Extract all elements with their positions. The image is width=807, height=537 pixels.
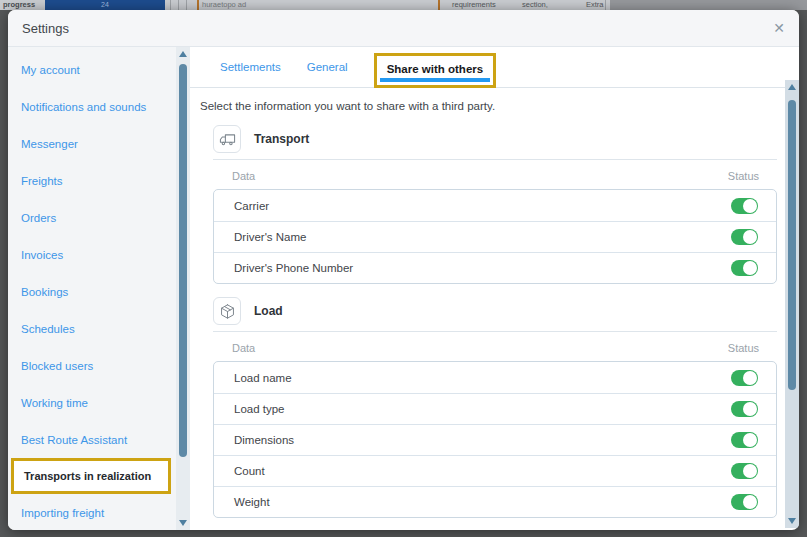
toggle-knob — [743, 402, 757, 416]
sections-container: TransportDataStatusCarrierDriver's NameD… — [190, 125, 785, 518]
bg-column-label: huraetopo ad — [202, 0, 246, 10]
tab-general[interactable]: General — [307, 61, 348, 73]
section-transport: TransportDataStatusCarrierDriver's NameD… — [213, 125, 777, 284]
content-panel: SettlementsGeneralShare with others Sele… — [190, 47, 785, 530]
section-load: LoadDataStatusLoad nameLoad typeDimensio… — [213, 297, 777, 518]
sidebar-item-freights[interactable]: Freights — [8, 162, 176, 199]
tab-share-with-others[interactable]: Share with others — [374, 53, 497, 88]
section-header: Load — [213, 297, 777, 325]
toggle-knob — [743, 371, 757, 385]
sidebar-item-schedules[interactable]: Schedules — [8, 310, 176, 347]
bg-orange-tick — [438, 0, 440, 10]
modal-header: Settings ✕ — [8, 10, 799, 47]
column-header-status: Status — [728, 170, 759, 182]
close-icon[interactable]: ✕ — [773, 21, 785, 35]
sidebar-item-transports-in-realization[interactable]: Transports in realization — [11, 458, 171, 494]
toggle-knob — [743, 495, 757, 509]
bg-column-label: section, — [522, 0, 548, 10]
row-label: Driver's Phone Number — [234, 262, 353, 274]
sidebar-item-best-route-assistant[interactable]: Best Route Assistant — [8, 421, 176, 458]
column-header-status: Status — [728, 342, 759, 354]
sidebar-item-working-time[interactable]: Working time — [8, 384, 176, 421]
toggle-switch[interactable] — [731, 229, 758, 245]
bg-column-label: Extra — [586, 0, 604, 10]
table-row: Driver's Phone Number — [214, 252, 776, 283]
divider — [605, 0, 606, 10]
row-label: Weight — [234, 496, 270, 508]
toggle-knob — [743, 199, 757, 213]
toggle-switch[interactable] — [731, 432, 758, 448]
toggle-switch[interactable] — [731, 463, 758, 479]
table-row: Dimensions — [214, 424, 776, 455]
scroll-down-icon[interactable] — [788, 518, 796, 524]
row-label: Count — [234, 465, 265, 477]
sidebar-item-blocked-users[interactable]: Blocked users — [8, 347, 176, 384]
sidebar-item-orders[interactable]: Orders — [8, 199, 176, 236]
toggle-knob — [743, 230, 757, 244]
section-title: Load — [254, 304, 283, 318]
tab-settlements[interactable]: Settlements — [220, 61, 281, 73]
sidebar-item-notifications-and-sounds[interactable]: Notifications and sounds — [8, 88, 176, 125]
column-headers: DataStatus — [213, 160, 777, 189]
rows-container: CarrierDriver's NameDriver's Phone Numbe… — [213, 189, 777, 284]
modal-body: My accountNotifications and soundsMessen… — [8, 47, 799, 530]
table-row: Carrier — [214, 190, 776, 221]
table-row: Driver's Name — [214, 221, 776, 252]
sidebar-item-invoices[interactable]: Invoices — [8, 236, 176, 273]
column-header-data: Data — [232, 170, 255, 182]
toggle-knob — [743, 261, 757, 275]
column-headers: DataStatus — [213, 332, 777, 361]
scroll-thumb[interactable] — [179, 64, 187, 457]
page-title: Settings — [22, 21, 69, 36]
sidebar: My accountNotifications and soundsMessen… — [8, 47, 176, 530]
toggle-switch[interactable] — [731, 198, 758, 214]
sidebar-item-importing-freight[interactable]: Importing freight — [8, 494, 176, 530]
table-row: Count — [214, 455, 776, 486]
bg-column-label: requirements — [452, 0, 496, 10]
toggle-switch[interactable] — [731, 260, 758, 276]
scroll-thumb[interactable] — [788, 100, 796, 390]
sidebar-item-my-account[interactable]: My account — [8, 51, 176, 88]
row-label: Load name — [234, 372, 292, 384]
row-label: Carrier — [234, 200, 269, 212]
toggle-switch[interactable] — [731, 401, 758, 417]
truck-icon — [213, 125, 241, 153]
column-header-data: Data — [232, 342, 255, 354]
table-row: Load type — [214, 393, 776, 424]
scroll-down-icon[interactable] — [179, 520, 187, 526]
toggle-switch[interactable] — [731, 370, 758, 386]
section-title: Transport — [254, 132, 309, 146]
sidebar-item-bookings[interactable]: Bookings — [8, 273, 176, 310]
toggle-knob — [743, 433, 757, 447]
tab-bar: SettlementsGeneralShare with others — [190, 47, 785, 88]
toggle-switch[interactable] — [731, 494, 758, 510]
row-label: Dimensions — [234, 434, 294, 446]
divider — [186, 0, 187, 10]
row-label: Driver's Name — [234, 231, 306, 243]
row-label: Load type — [234, 403, 285, 415]
package-icon — [213, 297, 241, 325]
sidebar-item-messenger[interactable]: Messenger — [8, 125, 176, 162]
divider — [178, 0, 179, 10]
section-header: Transport — [213, 125, 777, 153]
bg-progress-label: progress — [3, 0, 35, 10]
background-page: progress 24 huraetopo ad requirements se… — [0, 0, 807, 10]
content-scrollbar[interactable] — [785, 80, 799, 528]
share-description: Select the information you want to share… — [200, 100, 785, 112]
divider — [170, 0, 171, 10]
bg-progress-value: 24 — [45, 0, 165, 10]
bg-progress-bar: 24 — [45, 0, 165, 10]
settings-modal: Settings ✕ My accountNotifications and s… — [8, 10, 799, 530]
bg-page-area — [610, 0, 807, 10]
rows-container: Load nameLoad typeDimensionsCountWeight — [213, 361, 777, 518]
bg-orange-tick — [197, 0, 199, 10]
table-row: Load name — [214, 362, 776, 393]
table-row: Weight — [214, 486, 776, 517]
scroll-up-icon[interactable] — [788, 84, 796, 90]
scroll-up-icon[interactable] — [179, 51, 187, 57]
sidebar-scrollbar[interactable] — [176, 47, 190, 530]
toggle-knob — [743, 464, 757, 478]
